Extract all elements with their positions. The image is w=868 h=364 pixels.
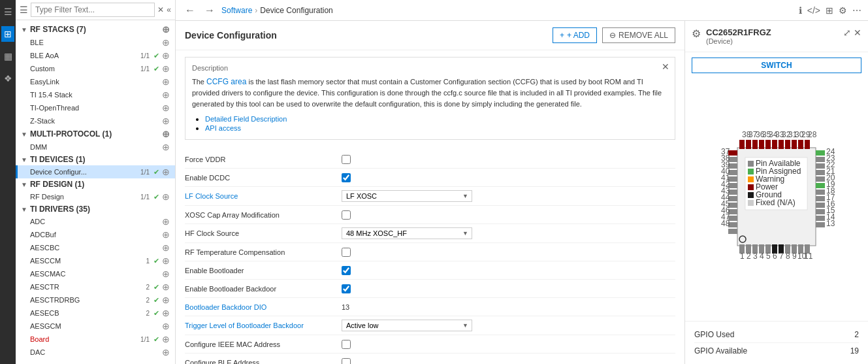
add-openthread-icon[interactable]: ⊕ (162, 103, 170, 113)
sidebar-item-board[interactable]: Board 1/1 ✔ ⊕ (16, 333, 175, 346)
check-icon: ✔ (153, 168, 159, 176)
toggle-sidebar-icon[interactable]: ☰ (20, 5, 28, 15)
sidebar-item-aescmac[interactable]: AESCMAC ⊕ (16, 267, 175, 280)
add-adc-icon[interactable]: ⊕ (162, 216, 170, 227)
svg-text:11: 11 (804, 252, 813, 261)
sidebar-item-aesgcm[interactable]: AESGCM ⊕ (16, 320, 175, 333)
svg-rect-3 (752, 140, 758, 149)
add-aesgcm-icon[interactable]: ⊕ (162, 321, 170, 331)
chip-svg: 38 37 36 35 34 33 32 31 30 29 28 (698, 128, 855, 272)
sidebar-header: ☰ ✕ « (16, 0, 175, 20)
sidebar-item-ble-aoa[interactable]: BLE AoA 1/1 ✔ ⊕ (16, 49, 175, 62)
add-aesccm-icon[interactable]: ⊕ (162, 256, 170, 266)
checkbox-xosc-cap[interactable] (342, 210, 351, 220)
add-aesctrdrbg-icon[interactable]: ⊕ (162, 295, 170, 305)
add-aesecb-icon[interactable]: ⊕ (162, 308, 170, 318)
info-icon[interactable]: ℹ (799, 5, 802, 16)
code-icon[interactable]: </> (807, 5, 820, 16)
add-adcbuf-icon[interactable]: ⊕ (162, 229, 170, 240)
sidebar-item-custom[interactable]: Custom 1/1 ✔ ⊕ (16, 62, 175, 75)
sidebar-item-aesctrdrbg[interactable]: AESCTRDRBG 2 ✔ ⊕ (16, 293, 175, 306)
checkbox-bootloader[interactable] (342, 266, 351, 275)
add-device-icon[interactable]: ⊕ (162, 167, 170, 177)
sidebar-item-easylink[interactable]: EasyLink ⊕ (16, 75, 175, 88)
label-bootloader: Enable Bootloader (185, 267, 342, 274)
forward-button[interactable]: → (202, 5, 217, 16)
svg-rect-53 (816, 183, 825, 188)
clear-filter-icon[interactable]: ✕ (157, 5, 164, 14)
sidebar-item-zstack[interactable]: Z-Stack ⊕ (16, 114, 175, 127)
api-access-link[interactable]: API access (205, 124, 241, 132)
sidebar-item-adcbuf[interactable]: ADCBuf ⊕ (16, 228, 175, 241)
close-description-icon[interactable]: ✕ (662, 61, 669, 72)
checkbox-ieee-mac[interactable] (342, 340, 351, 349)
component-icon[interactable]: ❖ (1, 71, 15, 86)
sidebar-item-aesctr[interactable]: AESCTR 2 ✔ ⊕ (16, 280, 175, 293)
tree-group-ti-drivers: ▼ TI DRIVERS (35) ADC ⊕ ADCBuf ⊕ AESCBC … (16, 203, 175, 359)
close-panel-button[interactable]: ✕ (854, 27, 861, 38)
config-row-trigger-level: Trigger Level of Bootloader Backdoor Act… (185, 316, 675, 335)
remove-all-button[interactable]: ⊖ REMOVE ALL (602, 27, 675, 43)
back-button[interactable]: ← (182, 5, 198, 16)
checkbox-rf-temp[interactable] (342, 248, 351, 257)
add-rf-design-icon[interactable]: ⊕ (162, 191, 170, 202)
select-hf-clock[interactable]: 48 MHz XOSC_HF 48 MHz RCOSC_HF (342, 227, 472, 239)
filter-input[interactable] (31, 3, 155, 17)
add-aescmac-icon[interactable]: ⊕ (162, 269, 170, 279)
tree-group-label-ti-drivers[interactable]: ▼ TI DRIVERS (35) (16, 203, 175, 215)
add-ti154-icon[interactable]: ⊕ (162, 90, 170, 100)
add-easylink-icon[interactable]: ⊕ (162, 76, 170, 87)
checkbox-force-vddr[interactable] (342, 155, 351, 164)
sidebar-item-adc[interactable]: ADC ⊕ (16, 215, 175, 228)
add-dac-icon[interactable]: ⊕ (162, 347, 170, 357)
arrow-icon: ▼ (21, 181, 27, 188)
add-zstack-icon[interactable]: ⊕ (162, 116, 170, 126)
sidebar-item-dmm[interactable]: DMM ⊕ (16, 141, 175, 154)
tree-group-label-rf-design[interactable]: ▼ RF DESIGN (1) (16, 178, 175, 190)
grid-icon[interactable]: ⊞ (826, 5, 833, 16)
config-row-bootloader-backdoor: Enable Bootloader Backdoor (185, 280, 675, 298)
sidebar-item-device-config[interactable]: Device Configur... 1/1 ✔ ⊕ (16, 165, 175, 178)
select-lf-clock[interactable]: LF XOSC LF RCOSC External LF clock (342, 190, 472, 202)
add-multi-icon[interactable]: ⊕ (162, 129, 170, 139)
add-ble-aoa-icon[interactable]: ⊕ (162, 50, 170, 61)
device-config-title: Device Configuration (185, 30, 277, 41)
breadcrumb-software[interactable]: Software (221, 6, 252, 15)
breadcrumb-sep: › (255, 6, 257, 15)
checkbox-enable-dcdc[interactable] (342, 173, 351, 182)
select-trigger-level[interactable]: Active low Active high (342, 320, 472, 331)
collapse-icon[interactable]: « (167, 5, 171, 14)
sidebar-item-dac[interactable]: DAC ⊕ (16, 346, 175, 359)
checkbox-bootloader-backdoor[interactable] (342, 284, 351, 293)
ccfg-link[interactable]: CCFG area (206, 77, 246, 86)
table-icon[interactable]: ▦ (1, 48, 15, 64)
sidebar-item-ti154[interactable]: TI 15.4 Stack ⊕ (16, 88, 175, 101)
add-rf-stacks-icon[interactable]: ⊕ (162, 24, 170, 35)
add-aesctr-icon[interactable]: ⊕ (162, 282, 170, 292)
add-ble-icon[interactable]: ⊕ (162, 37, 170, 48)
switch-button[interactable]: SWITCH (692, 58, 861, 73)
tree-group-label-rf-stacks[interactable]: ▼ RF STACKS (7) ⊕ (16, 23, 175, 36)
sidebar-item-rf-design[interactable]: RF Design 1/1 ✔ ⊕ (16, 190, 175, 203)
sidebar-item-aescbc[interactable]: AESCBC ⊕ (16, 241, 175, 254)
expand-panel-button[interactable]: ⤢ (843, 27, 851, 38)
add-dmm-icon[interactable]: ⊕ (162, 142, 170, 152)
tree-group-label-multi[interactable]: ▼ MULTI-PROTOCOL (1) ⊕ (16, 127, 175, 141)
sidebar-item-aesecb[interactable]: AESECB 2 ✔ ⊕ (16, 306, 175, 320)
tree-group-label-ti-devices[interactable]: ▼ TI DEVICES (1) (16, 154, 175, 165)
more-icon[interactable]: ⋯ (852, 5, 861, 16)
checkbox-ble-address[interactable] (342, 358, 351, 365)
add-aescbc-icon[interactable]: ⊕ (162, 242, 170, 253)
layers-icon[interactable]: ⊞ (1, 26, 14, 42)
sidebar-item-ti-openthread[interactable]: TI-OpenThread ⊕ (16, 101, 175, 114)
sidebar-item-aesccm[interactable]: AESCCM 1 ✔ ⊕ (16, 254, 175, 267)
add-board-icon[interactable]: ⊕ (162, 334, 170, 344)
check-icon: ✔ (153, 193, 159, 201)
add-custom-icon[interactable]: ⊕ (162, 63, 170, 74)
sidebar-item-ble[interactable]: BLE ⊕ (16, 36, 175, 49)
settings-icon[interactable]: ⚙ (839, 5, 847, 16)
detailed-field-link[interactable]: Detailed Field Description (205, 115, 287, 123)
add-button[interactable]: + + ADD (553, 27, 597, 43)
svg-text:1: 1 (740, 252, 745, 261)
menu-icon[interactable]: ☰ (1, 4, 15, 20)
